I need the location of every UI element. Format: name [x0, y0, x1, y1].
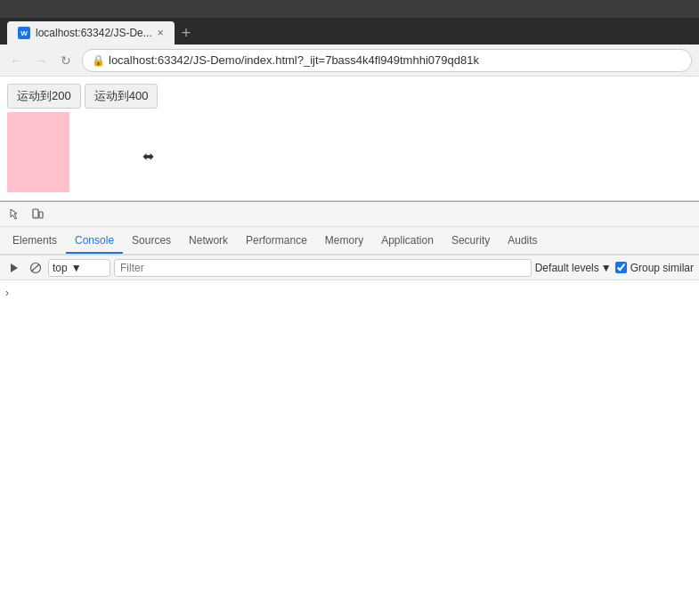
tab-bar: W localhost:63342/JS-De... × +	[0, 18, 699, 45]
tab-network[interactable]: Network	[180, 229, 237, 254]
inspect-element-button[interactable]	[4, 204, 25, 225]
url-bar[interactable]: 🔒 localhost:63342/JS-Demo/index.html?_ij…	[82, 49, 692, 72]
refresh-button[interactable]: ↻	[57, 52, 75, 69]
browser-tab[interactable]: W localhost:63342/JS-De... ×	[7, 21, 175, 45]
animated-box	[7, 112, 69, 192]
lock-icon: 🔒	[92, 54, 105, 67]
console-filter-input[interactable]	[114, 259, 532, 277]
tab-favicon: W	[18, 27, 30, 39]
context-selector[interactable]: top ▼	[48, 259, 110, 277]
tab-performance[interactable]: Performance	[237, 229, 316, 254]
back-button[interactable]: ←	[7, 52, 25, 69]
svg-marker-3	[11, 263, 18, 272]
console-output: ›	[0, 280, 699, 456]
tab-application[interactable]: Application	[372, 229, 443, 254]
devtools-tabs: Elements Console Sources Network Perform…	[0, 227, 699, 255]
tab-security[interactable]: Security	[443, 229, 499, 254]
console-toolbar: top ▼ Default levels ▼ Group similar	[0, 255, 699, 280]
group-similar-option[interactable]: Group similar	[615, 262, 694, 274]
filter-button[interactable]	[27, 259, 45, 277]
default-levels-button[interactable]: Default levels ▼	[535, 262, 612, 274]
device-toolbar-button[interactable]	[27, 204, 48, 225]
svg-line-5	[31, 264, 39, 272]
tab-console[interactable]: Console	[66, 229, 123, 254]
clear-console-button[interactable]	[5, 259, 23, 277]
group-similar-checkbox[interactable]	[615, 262, 627, 273]
group-similar-label: Group similar	[630, 262, 694, 274]
default-levels-arrow: ▼	[601, 262, 612, 274]
devtools-toolbar	[0, 202, 699, 227]
svg-point-2	[35, 216, 36, 217]
tab-title: localhost:63342/JS-De...	[36, 27, 152, 39]
tab-audits[interactable]: Audits	[499, 229, 546, 254]
cursor-indicator: ⬌	[142, 148, 154, 165]
tab-sources[interactable]: Sources	[123, 229, 180, 254]
url-text: localhost:63342/JS-Demo/index.html?_ijt=…	[109, 53, 479, 67]
tab-memory[interactable]: Memory	[316, 229, 372, 254]
devtools-panel: Elements Console Sources Network Perform…	[0, 201, 699, 456]
svg-rect-1	[39, 212, 43, 218]
console-prompt-chevron[interactable]: ›	[5, 287, 9, 299]
new-tab-button[interactable]: +	[175, 21, 199, 45]
move-200-button[interactable]: 运动到200	[7, 84, 81, 109]
button-group: 运动到200 运动到400	[7, 84, 692, 109]
address-bar: ← → ↻ 🔒 localhost:63342/JS-Demo/index.ht…	[0, 45, 699, 77]
browser-chrome	[0, 0, 699, 18]
page-content: 运动到200 运动到400 ⬌	[0, 77, 699, 201]
forward-button[interactable]: →	[32, 52, 50, 69]
tab-close-button[interactable]: ×	[158, 27, 164, 39]
move-400-button[interactable]: 运动到400	[85, 84, 158, 109]
tab-elements[interactable]: Elements	[4, 229, 66, 254]
context-dropdown-icon: ▼	[71, 262, 82, 274]
context-value: top	[53, 262, 68, 274]
